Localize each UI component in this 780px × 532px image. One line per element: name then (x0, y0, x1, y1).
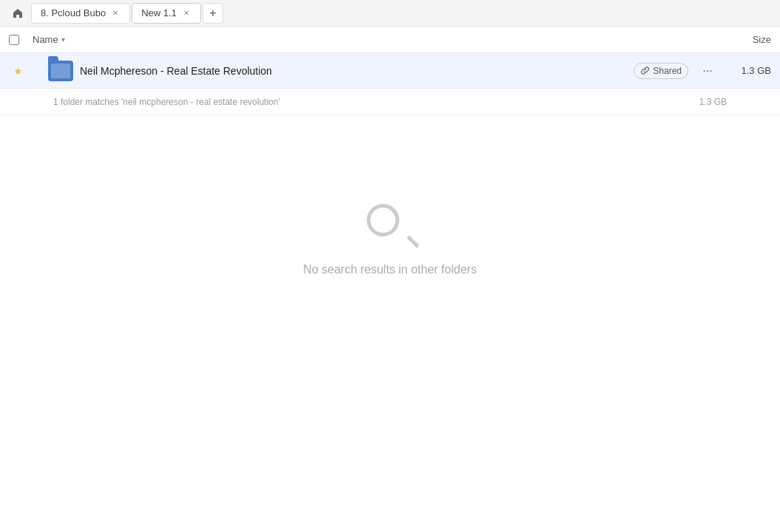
search-handle (406, 235, 419, 248)
name-column-header[interactable]: Name ▾ (33, 34, 712, 45)
match-row: 1 folder matches 'neil mcphereson - real… (0, 89, 780, 115)
name-label: Name (33, 34, 58, 45)
size-label: Size (753, 34, 771, 45)
star-icon[interactable]: ★ (13, 65, 23, 77)
file-name: Neil Mcphereson - Real Estate Revolution (80, 65, 634, 77)
size-column-header[interactable]: Size (712, 34, 771, 45)
tab-new-1-1[interactable]: New 1.1 ✕ (132, 3, 201, 24)
match-text: 1 folder matches 'neil mcphereson - real… (53, 97, 682, 107)
file-size: 1.3 GB (727, 65, 771, 76)
select-all-checkbox[interactable] (9, 35, 19, 45)
link-icon (640, 66, 650, 75)
tab-close-icon[interactable]: ✕ (181, 8, 191, 18)
tab-bar: 8. Pcloud Bubo ✕ New 1.1 ✕ + (0, 0, 780, 27)
tab-label: 8. Pcloud Bubo (41, 7, 106, 18)
tab-pcloud-bubo[interactable]: 8. Pcloud Bubo ✕ (31, 3, 130, 24)
empty-state: No search results in other folders (0, 115, 780, 276)
column-header: Name ▾ Size (0, 27, 780, 53)
star-col: ★ (9, 65, 27, 77)
more-icon: ··· (702, 64, 712, 78)
more-options-button[interactable]: ··· (697, 61, 718, 81)
select-all-checkbox-col (9, 35, 33, 45)
tab-label: New 1.1 (141, 7, 177, 18)
folder-inner (51, 64, 70, 78)
file-row[interactable]: ★ Neil Mcphereson - Real Estate Revoluti… (0, 53, 780, 89)
search-circle (367, 204, 399, 236)
folder-icon-container (47, 58, 74, 84)
tab-close-icon[interactable]: ✕ (110, 8, 121, 18)
shared-label: Shared (653, 66, 682, 76)
home-tab[interactable] (6, 3, 30, 24)
add-tab-button[interactable]: + (203, 3, 223, 24)
sort-chevron-icon: ▾ (61, 35, 65, 44)
shared-badge[interactable]: Shared (634, 63, 688, 79)
add-icon: + (209, 7, 216, 20)
no-results-search-icon (367, 204, 414, 251)
empty-state-message: No search results in other folders (303, 263, 477, 276)
match-size: 1.3 GB (682, 97, 727, 107)
folder-icon (48, 61, 73, 81)
